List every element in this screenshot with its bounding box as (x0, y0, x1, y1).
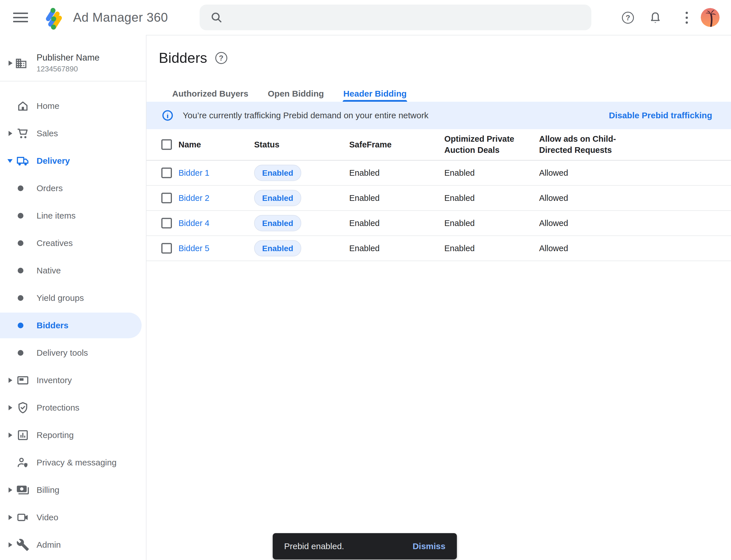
person-shield-icon (16, 456, 30, 469)
sidebar-item-bidders[interactable]: Bidders (0, 312, 146, 339)
publisher-switcher[interactable]: Publisher Name 1234567890 (0, 46, 146, 81)
sidebar-item-privacy-messaging[interactable]: Privacy & messaging (0, 449, 146, 476)
row-checkbox[interactable] (161, 168, 172, 178)
tab-authorized-buyers[interactable]: Authorized Buyers (172, 86, 249, 102)
sidebar-item-sales[interactable]: Sales (0, 120, 146, 147)
sidebar-item-label: Native (37, 266, 61, 275)
tab-open-bidding[interactable]: Open Bidding (267, 86, 325, 102)
sidebar: Publisher Name 1234567890 Home Sales (0, 35, 146, 560)
optimized-private-auction-deals-value: Enabled (444, 218, 530, 229)
sidebar-item-label: Video (37, 513, 58, 522)
publisher-divider (0, 81, 146, 81)
table-row: Bidder 1 Enabled Enabled Enabled Allowed (147, 161, 731, 186)
search-input[interactable] (200, 5, 591, 30)
sidebar-item-label: Bidders (37, 321, 69, 330)
bar-chart-icon (16, 429, 30, 442)
ad-manager-logo (42, 4, 65, 31)
row-checkbox[interactable] (161, 193, 172, 203)
sidebar-item-admin[interactable]: Admin (0, 531, 146, 559)
table-body: Bidder 1 Enabled Enabled Enabled Allowed… (147, 161, 731, 261)
bullet-icon (18, 323, 23, 328)
sidebar-item-label: Delivery tools (37, 348, 88, 358)
status-badge: Enabled (254, 215, 301, 231)
payments-icon (16, 483, 30, 497)
column-header-name: Name (179, 139, 201, 150)
sidebar-item-delivery[interactable]: Delivery (0, 147, 146, 175)
optimized-private-auction-deals-value: Enabled (444, 243, 530, 254)
sidebar-item-video[interactable]: Video (0, 504, 146, 531)
sidebar-item-line-items[interactable]: Line items (0, 202, 146, 229)
sidebar-item-native[interactable]: Native (0, 257, 146, 284)
app-header: Ad Manager 360 ? (0, 0, 731, 35)
sidebar-item-label: Protections (37, 403, 79, 413)
bullet-icon (18, 350, 23, 356)
chevron-right-icon (9, 378, 12, 383)
safeframe-value: Enabled (349, 167, 379, 179)
wrench-icon (16, 538, 30, 551)
sidebar-item-label: Home (37, 101, 59, 111)
main-content: Bidders ? Authorized Buyers Open Bidding… (147, 35, 731, 560)
column-header-status: Status (254, 139, 280, 150)
home-icon (16, 99, 30, 113)
sidebar-item-creatives[interactable]: Creatives (0, 229, 146, 257)
toast-message: Prebid enabled. (284, 541, 344, 551)
sidebar-item-label: Reporting (37, 430, 74, 440)
more-icon[interactable] (680, 11, 693, 24)
sidebar-item-billing[interactable]: Billing (0, 476, 146, 504)
publisher-name: Publisher Name (37, 53, 100, 63)
chevron-down-icon (7, 159, 13, 163)
chevron-right-icon (9, 433, 12, 438)
safeframe-value: Enabled (349, 193, 379, 204)
truck-icon (16, 155, 30, 167)
menu-icon[interactable] (13, 11, 28, 24)
chevron-right-icon (9, 405, 12, 410)
bidder-link[interactable]: Bidder 1 (179, 168, 209, 177)
sidebar-item-inventory[interactable]: Inventory (0, 367, 146, 394)
videocam-icon (16, 511, 30, 524)
dismiss-button[interactable]: Dismiss (412, 541, 445, 551)
select-all-checkbox[interactable] (161, 139, 172, 150)
sidebar-item-home[interactable]: Home (0, 92, 146, 120)
bullet-icon (18, 295, 23, 301)
optimized-private-auction-deals-value: Enabled (444, 193, 530, 204)
notifications-icon[interactable] (649, 11, 662, 24)
sidebar-item-label: Line items (37, 211, 76, 221)
sidebar-item-orders[interactable]: Orders (0, 175, 146, 202)
sidebar-item-reporting[interactable]: Reporting (0, 421, 146, 449)
tab-header-bidding[interactable]: Header Bidding (343, 86, 407, 102)
help-icon[interactable]: ? (215, 52, 227, 64)
publisher-id: 1234567890 (37, 65, 78, 73)
chevron-right-icon (9, 487, 12, 493)
search-icon (210, 11, 223, 24)
safeframe-value: Enabled (349, 218, 379, 229)
optimized-private-auction-deals-value: Enabled (444, 167, 530, 179)
info-banner: You’re currently trafficking Prebid dema… (147, 102, 731, 129)
page-title: Bidders (159, 50, 207, 66)
sidebar-item-label: Sales (37, 129, 58, 138)
bidder-link[interactable]: Bidder 2 (179, 193, 209, 203)
child-directed-value: Allowed (539, 218, 622, 229)
table-header: Name Status SafeFrame Optimized Private … (147, 129, 731, 161)
sidebar-item-protections[interactable]: Protections (0, 394, 146, 421)
bullet-icon (18, 185, 23, 191)
sidebar-item-yield-groups[interactable]: Yield groups (0, 284, 146, 312)
row-checkbox[interactable] (161, 218, 172, 229)
column-header-child-directed: Allow ads on Child-Directed Requests (539, 133, 622, 156)
sidebar-item-label: Delivery (37, 156, 70, 166)
ad-unit-icon (16, 374, 30, 387)
sidebar-item-delivery-tools[interactable]: Delivery tools (0, 339, 146, 367)
status-badge: Enabled (254, 165, 301, 181)
chevron-right-icon[interactable] (9, 61, 13, 66)
bullet-icon (18, 268, 23, 273)
help-icon[interactable]: ? (621, 11, 634, 24)
sidebar-item-label: Yield groups (37, 293, 84, 303)
sidebar-item-label: Privacy & messaging (37, 458, 117, 467)
disable-prebid-trafficking-link[interactable]: Disable Prebid trafficking (609, 111, 712, 120)
bidder-link[interactable]: Bidder 4 (179, 219, 209, 228)
banner-message: You’re currently trafficking Prebid dema… (183, 111, 428, 120)
avatar[interactable] (701, 8, 720, 27)
row-checkbox[interactable] (161, 243, 172, 254)
bidder-link[interactable]: Bidder 5 (179, 244, 209, 253)
safeframe-value: Enabled (349, 243, 379, 254)
child-directed-value: Allowed (539, 243, 622, 254)
